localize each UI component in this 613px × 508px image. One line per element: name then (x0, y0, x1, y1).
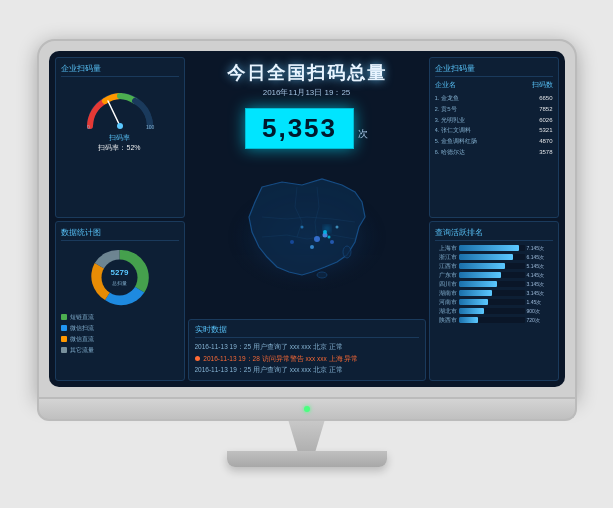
svg-text:100: 100 (146, 124, 155, 130)
bar-label: 江西市 (435, 263, 457, 270)
row-name: 1. 金龙鱼 (435, 93, 540, 104)
bar-track (459, 254, 525, 260)
row-value: 4870 (539, 136, 552, 147)
center-panel: 今日全国扫码总量 2016年11月13日 19：25 5,353 次 (188, 57, 426, 381)
row-name: 2. 贡5号 (435, 104, 540, 115)
legend-color-2 (61, 325, 67, 331)
bar-label: 陕西市 (435, 317, 457, 324)
svg-point-14 (327, 235, 330, 238)
bar-row: 上海市 7.145次 (435, 245, 553, 252)
svg-point-10 (335, 225, 338, 228)
bar-label: 上海市 (435, 245, 457, 252)
bar-row: 河南市 1.45次 (435, 299, 553, 306)
bar-label: 湖北市 (435, 308, 457, 315)
bar-value: 720次 (527, 317, 553, 323)
svg-text:总扫量: 总扫量 (111, 280, 127, 286)
bar-value: 3.145次 (527, 290, 553, 296)
svg-point-7 (330, 240, 334, 244)
monitor-screen-outer: 企业扫码量 (37, 39, 577, 399)
row-name: 3. 光明乳业 (435, 115, 540, 126)
legend-label-4: 其它流量 (70, 346, 94, 355)
row-name: 4. 张仁文调料 (435, 125, 540, 136)
bar-value: 6.145次 (527, 254, 553, 260)
row-value: 7852 (539, 104, 552, 115)
bar-row: 广东市 4.145次 (435, 272, 553, 279)
realtime-title: 实时数据 (195, 324, 419, 338)
bar-row: 浙江市 6.145次 (435, 254, 553, 261)
gauge-chart: 0 100 (80, 81, 160, 131)
legend-label-1: 短链直流 (70, 313, 94, 322)
bar-fill (459, 245, 520, 251)
right-top-title: 数据统计图 (61, 227, 179, 241)
bar-track (459, 308, 525, 314)
svg-point-8 (310, 245, 314, 249)
legend-color-1 (61, 314, 67, 320)
svg-point-1 (117, 123, 123, 129)
gauge-label: 扫码率 (109, 133, 130, 143)
count-unit: 次 (358, 127, 368, 141)
legend-items: 短链直流 微信扫流 微信直流 其它流量 (61, 313, 179, 357)
left-top-panel: 企业扫码量 (55, 57, 185, 218)
bar-chart: 上海市 7.145次 浙江市 6.145次 江西市 5.145次 (435, 245, 553, 324)
bar-value: 5.145次 (527, 263, 553, 269)
bar-track (459, 281, 525, 287)
gauge-value: 扫码率：52% (98, 143, 140, 153)
map-container (188, 159, 426, 315)
row-name: 6. 哈德尔达 (435, 147, 540, 158)
right-bottom-panel: 查询活跃排名 上海市 7.145次 浙江市 6.145次 江西市 (429, 221, 559, 382)
bar-value: 7.145次 (527, 245, 553, 251)
donut-wrapper: 5279 总扫量 短链直流 微信扫流 (61, 245, 179, 357)
alert-dot (195, 356, 200, 361)
legend-item: 微信直流 (61, 335, 179, 344)
realtime-box: 实时数据 2016-11-13 19：25 用户查询了 xxx xxx 北京 正… (188, 319, 426, 381)
row-value: 6650 (539, 93, 552, 104)
bar-value: 900次 (527, 308, 553, 314)
bar-value: 3.145次 (527, 281, 553, 287)
donut-chart: 5279 总扫量 (87, 245, 152, 310)
gauge-wrapper: 0 100 扫码率 扫码率：52% (61, 81, 179, 153)
left-top-title: 企业扫码量 (61, 63, 179, 77)
bar-row: 四川市 3.145次 (435, 281, 553, 288)
row-value: 6026 (539, 115, 552, 126)
legend-item: 微信扫流 (61, 324, 179, 333)
bar-value: 1.45次 (527, 299, 553, 305)
svg-point-16 (317, 272, 327, 278)
svg-text:0: 0 (87, 124, 90, 130)
bar-fill (459, 272, 502, 278)
svg-point-17 (102, 259, 138, 295)
col-name-header: 企业名 (435, 81, 456, 90)
svg-point-15 (343, 246, 351, 258)
legend-item: 其它流量 (61, 346, 179, 355)
legend-label-2: 微信扫流 (70, 324, 94, 333)
realtime-row-3: 2016-11-13 19：25 用户查询了 xxx xxx 北京 正常 (195, 364, 419, 376)
bar-fill (459, 290, 492, 296)
legend-label-3: 微信直流 (70, 335, 94, 344)
bar-label: 广东市 (435, 272, 457, 279)
svg-text:5279: 5279 (111, 268, 129, 277)
left-bottom-title: 企业扫码量 (435, 63, 553, 77)
bar-track (459, 272, 525, 278)
bar-row: 陕西市 720次 (435, 317, 553, 324)
bar-row: 湖北市 900次 (435, 308, 553, 315)
legend-color-3 (61, 336, 67, 342)
monitor-wrapper: 企业扫码量 (27, 39, 587, 469)
table-row: 2. 贡5号 7852 (435, 104, 553, 115)
bar-track (459, 263, 525, 269)
bar-track (459, 245, 525, 251)
main-title: 今日全国扫码总量 (227, 61, 387, 85)
bar-label: 湖南市 (435, 290, 457, 297)
bar-track (459, 290, 525, 296)
bar-label: 浙江市 (435, 254, 457, 261)
col-value-header: 扫码数 (532, 81, 553, 90)
right-bottom-title: 查询活跃排名 (435, 227, 553, 241)
bar-fill (459, 254, 513, 260)
row-name: 5. 金鱼调料红肠 (435, 136, 540, 147)
sub-date: 2016年11月13日 19：25 (263, 87, 351, 98)
power-indicator (304, 406, 310, 412)
monitor-screen: 企业扫码量 (49, 51, 565, 387)
svg-point-13 (323, 230, 327, 234)
total-count: 5,353 (262, 113, 337, 143)
bar-fill (459, 299, 488, 305)
row-value: 5321 (539, 125, 552, 136)
table-row: 4. 张仁文调料 5321 (435, 125, 553, 136)
